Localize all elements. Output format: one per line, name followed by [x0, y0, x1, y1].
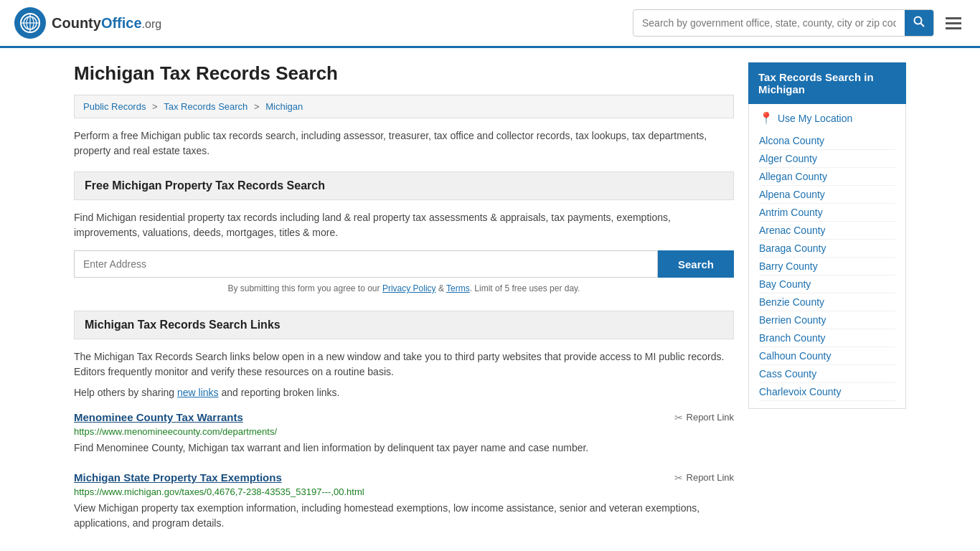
county-list: Alcona CountyAlger CountyAllegan CountyA…	[759, 132, 895, 401]
link-card-1: Michigan State Property Tax Exemptions ✂…	[74, 471, 734, 531]
sidebar-county-link-13[interactable]: Cass County	[759, 368, 816, 380]
sidebar-county-item-6: Baraga County	[759, 240, 895, 258]
link-url-0: https://www.menomineecounty.com/departme…	[74, 426, 734, 437]
sidebar-county-link-8[interactable]: Bay County	[759, 278, 811, 290]
sidebar-county-item-7: Barry County	[759, 258, 895, 276]
svg-point-5	[915, 17, 922, 24]
link-title-1[interactable]: Michigan State Property Tax Exemptions	[74, 471, 282, 484]
sidebar-county-item-0: Alcona County	[759, 132, 895, 150]
sidebar-county-item-10: Berrien County	[759, 311, 895, 329]
sidebar-county-link-0[interactable]: Alcona County	[759, 135, 824, 146]
disclaimer-post: . Limit of 5 free uses per day.	[470, 283, 580, 293]
page-title: Michigan Tax Records Search	[74, 62, 734, 85]
sidebar-county-link-3[interactable]: Alpena County	[759, 189, 825, 200]
intro-text: Perform a free Michigan public tax recor…	[74, 128, 734, 159]
sidebar-county-item-3: Alpena County	[759, 186, 895, 204]
help-text: Help others by sharing new links and rep…	[74, 387, 734, 398]
links-section-header: Michigan Tax Records Search Links	[74, 311, 734, 339]
location-pin-icon: 📍	[759, 111, 773, 125]
sidebar-county-item-14: Charlevoix County	[759, 383, 895, 401]
main-content: Michigan Tax Records Search Public Recor…	[74, 62, 734, 547]
hamburger-line	[946, 22, 961, 24]
sidebar-county-link-4[interactable]: Antrim County	[759, 207, 823, 218]
privacy-policy-link[interactable]: Privacy Policy	[382, 283, 436, 293]
help-text-post: and reporting broken links.	[219, 387, 340, 398]
sidebar-county-link-12[interactable]: Calhoun County	[759, 350, 831, 362]
main-layout: Michigan Tax Records Search Public Recor…	[60, 48, 920, 551]
header-search-bar	[633, 9, 934, 37]
links-description: The Michigan Tax Records Search links be…	[74, 349, 734, 380]
sidebar-county-link-5[interactable]: Arenac County	[759, 225, 826, 236]
report-link-label-0: Report Link	[687, 412, 734, 423]
breadcrumb-public-records[interactable]: Public Records	[83, 101, 146, 112]
link-desc-0: Find Menominee County, Michigan tax warr…	[74, 441, 734, 456]
sidebar-county-item-1: Alger County	[759, 150, 895, 168]
sidebar-county-item-11: Branch County	[759, 329, 895, 347]
sidebar: Tax Records Search in Michigan 📍 Use My …	[748, 62, 906, 547]
sidebar-county-item-4: Antrim County	[759, 204, 895, 222]
property-search-section-header: Free Michigan Property Tax Records Searc…	[74, 171, 734, 200]
report-link-label-1: Report Link	[687, 472, 734, 483]
logo-area: CountyOffice.org	[14, 7, 161, 39]
sidebar-header: Tax Records Search in Michigan	[748, 62, 906, 104]
link-title-0[interactable]: Menominee County Tax Warrants	[74, 411, 243, 423]
hamburger-line	[946, 27, 961, 29]
svg-line-6	[921, 24, 925, 27]
report-icon-0: ✂	[674, 412, 683, 423]
breadcrumb-sep: >	[152, 101, 160, 112]
sidebar-county-item-12: Calhoun County	[759, 347, 895, 365]
disclaimer-pre: By submitting this form you agree to our	[227, 283, 382, 293]
report-link-button-1[interactable]: ✂ Report Link	[674, 472, 734, 484]
link-url-1: https://www.michigan.gov/taxes/0,4676,7-…	[74, 486, 734, 497]
terms-link[interactable]: Terms	[446, 283, 470, 293]
site-header: CountyOffice.org	[0, 0, 980, 48]
use-my-location-label: Use My Location	[778, 113, 852, 124]
sidebar-county-link-9[interactable]: Benzie County	[759, 296, 824, 308]
logo-text: CountyOffice.org	[52, 15, 161, 32]
search-button[interactable]: Search	[658, 250, 734, 278]
report-icon-1: ✂	[674, 472, 683, 484]
sidebar-county-link-14[interactable]: Charlevoix County	[759, 386, 841, 397]
sidebar-county-link-1[interactable]: Alger County	[759, 153, 817, 164]
sidebar-county-link-7[interactable]: Barry County	[759, 260, 818, 272]
header-search-button[interactable]	[905, 10, 933, 36]
link-card-header-1: Michigan State Property Tax Exemptions ✂…	[74, 471, 734, 484]
report-link-button-0[interactable]: ✂ Report Link	[674, 412, 734, 423]
sidebar-county-link-11[interactable]: Branch County	[759, 332, 826, 344]
sidebar-county-link-2[interactable]: Allegan County	[759, 171, 827, 182]
sidebar-county-item-9: Benzie County	[759, 293, 895, 311]
sidebar-county-link-10[interactable]: Berrien County	[759, 314, 826, 326]
address-search-input[interactable]	[74, 250, 658, 278]
link-card-0: Menominee County Tax Warrants ✂ Report L…	[74, 411, 734, 456]
header-search-input[interactable]	[633, 11, 905, 34]
sidebar-county-item-8: Bay County	[759, 276, 895, 293]
sidebar-body: 📍 Use My Location Alcona CountyAlger Cou…	[748, 104, 906, 409]
sidebar-county-link-6[interactable]: Baraga County	[759, 242, 826, 254]
sidebar-county-item-2: Allegan County	[759, 168, 895, 186]
menu-hamburger-button[interactable]	[941, 13, 966, 34]
new-links-link[interactable]: new links	[177, 387, 219, 398]
form-disclaimer: By submitting this form you agree to our…	[74, 283, 734, 293]
logo-icon	[14, 7, 46, 39]
property-search-description: Find Michigan residential property tax r…	[74, 210, 734, 240]
breadcrumb: Public Records > Tax Records Search > Mi…	[74, 95, 734, 118]
breadcrumb-michigan[interactable]: Michigan	[265, 101, 303, 112]
link-desc-1: View Michigan property tax exemption inf…	[74, 501, 734, 531]
use-my-location-link[interactable]: 📍 Use My Location	[759, 111, 895, 125]
help-text-pre: Help others by sharing	[74, 387, 177, 398]
sidebar-county-item-5: Arenac County	[759, 222, 895, 240]
sidebar-county-item-13: Cass County	[759, 365, 895, 383]
header-right	[633, 9, 966, 37]
breadcrumb-sep: >	[254, 101, 262, 112]
hamburger-line	[946, 17, 961, 19]
address-search-form: Search	[74, 250, 734, 278]
links-section: Michigan Tax Records Search Links The Mi…	[74, 311, 734, 531]
disclaimer-and: &	[436, 283, 446, 293]
breadcrumb-tax-records-search[interactable]: Tax Records Search	[164, 101, 248, 112]
link-card-header-0: Menominee County Tax Warrants ✂ Report L…	[74, 411, 734, 423]
